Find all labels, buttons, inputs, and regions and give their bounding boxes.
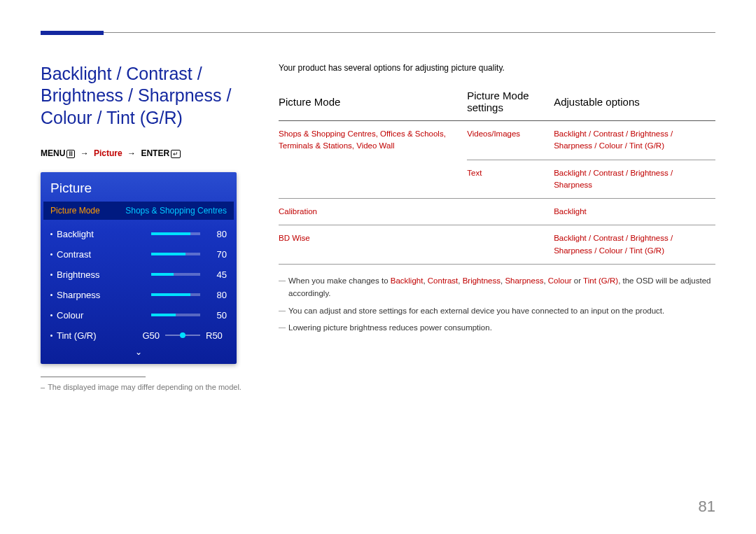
- footnote-left: –The displayed image may differ dependin…: [41, 383, 251, 391]
- cell-options: Backlight / Contrast / Brightness / Shar…: [554, 121, 715, 160]
- footnote-rule: [41, 377, 146, 377]
- note-text: When you make changes to: [288, 276, 391, 285]
- osd-item-label: Brightness: [57, 269, 144, 280]
- menu-icon: Ⅲ: [66, 150, 75, 158]
- cell-options: Backlight / Contrast / Brightness / Shar…: [554, 160, 715, 199]
- osd-mode-value: Shops & Shopping Centres: [125, 206, 227, 216]
- nav-arrow: →: [127, 148, 136, 158]
- notes-list: When you make changes to Backlight, Cont…: [279, 274, 715, 335]
- osd-panel: Picture Picture Mode Shops & Shopping Ce…: [41, 172, 237, 364]
- table-row: Shops & Shopping Centres, Offices & Scho…: [279, 121, 715, 160]
- osd-item-value: 70: [207, 249, 227, 260]
- osd-slider[interactable]: [151, 253, 200, 255]
- bullet-icon: [50, 294, 52, 296]
- osd-item-contrast[interactable]: Contrast 70: [50, 244, 227, 265]
- breadcrumb: MENUⅢ → Picture → ENTER↵: [41, 148, 251, 158]
- table-header: Picture Mode settings: [467, 85, 554, 121]
- enter-icon: ↵: [171, 150, 181, 158]
- nav-arrow: →: [80, 148, 89, 158]
- note-term: Colour: [548, 276, 572, 285]
- osd-slider[interactable]: [151, 293, 200, 296]
- nav-picture: Picture: [94, 148, 122, 158]
- table-header: Picture Mode: [279, 85, 467, 121]
- note-term: Sharpness: [505, 276, 543, 285]
- osd-slider[interactable]: [151, 273, 200, 276]
- top-rule: [41, 32, 715, 33]
- note-item: Lowering picture brightness reduces powe…: [279, 321, 715, 334]
- intro-text: Your product has several options for adj…: [279, 63, 715, 73]
- table-header: Adjustable options: [554, 85, 715, 121]
- bullet-icon: [50, 314, 52, 316]
- cell-setting: Videos/Images: [467, 121, 554, 160]
- page-heading: Backlight / Contrast / Brightness / Shar…: [41, 63, 251, 129]
- cell-setting: Text: [467, 160, 554, 199]
- osd-item-value: 50: [207, 310, 227, 321]
- osd-item-colour[interactable]: Colour 50: [50, 305, 227, 325]
- osd-slider[interactable]: [151, 232, 200, 235]
- options-table: Picture Mode Picture Mode settings Adjus…: [279, 85, 715, 265]
- osd-item-label: Sharpness: [57, 290, 144, 300]
- osd-item-label: Contrast: [57, 249, 144, 260]
- cell-setting: [467, 225, 554, 265]
- left-column: Backlight / Contrast / Brightness / Shar…: [41, 63, 251, 391]
- note-term: Brightness: [463, 276, 500, 285]
- osd-item-label: Backlight: [57, 229, 144, 239]
- osd-tint-g: G50: [139, 330, 160, 341]
- osd-item-label: Tint (G/R): [57, 330, 139, 341]
- cell-mode: Calibration: [279, 199, 467, 225]
- page-number: 81: [699, 498, 715, 516]
- cell-options: Backlight: [554, 199, 715, 225]
- osd-tint-slider[interactable]: [165, 335, 200, 336]
- osd-item-tint[interactable]: Tint (G/R) G50 R50: [50, 325, 227, 346]
- note-item: When you make changes to Backlight, Cont…: [279, 274, 715, 300]
- note-term: Backlight: [391, 276, 424, 285]
- osd-mode-label: Picture Mode: [50, 206, 100, 216]
- nav-enter: ENTER: [141, 148, 169, 158]
- cell-mode: Shops & Shopping Centres, Offices & Scho…: [279, 121, 467, 199]
- table-row: BD Wise Backlight / Contrast / Brightnes…: [279, 225, 715, 265]
- note-item: You can adjust and store settings for ea…: [279, 304, 715, 317]
- note-term: Tint (G/R): [583, 276, 618, 285]
- osd-item-backlight[interactable]: Backlight 80: [50, 224, 227, 244]
- footnote-text: The displayed image may differ depending…: [48, 383, 241, 391]
- osd-item-value: 45: [207, 269, 227, 280]
- osd-item-value: 80: [207, 229, 227, 239]
- osd-item-brightness[interactable]: Brightness 45: [50, 265, 227, 285]
- cell-mode: BD Wise: [279, 225, 467, 265]
- osd-item-sharpness[interactable]: Sharpness 80: [50, 285, 227, 305]
- bullet-icon: [50, 335, 52, 337]
- osd-title: Picture: [50, 181, 227, 196]
- right-column: Your product has several options for adj…: [279, 63, 715, 391]
- bullet-icon: [50, 253, 52, 255]
- cell-setting: [467, 199, 554, 225]
- cell-options: Backlight / Contrast / Brightness / Shar…: [554, 225, 715, 265]
- top-accent: [41, 31, 104, 35]
- bullet-icon: [50, 233, 52, 235]
- osd-slider[interactable]: [151, 314, 200, 316]
- osd-item-label: Colour: [57, 310, 144, 321]
- bullet-icon: [50, 274, 52, 276]
- osd-tint-r: R50: [206, 330, 227, 341]
- osd-item-value: 80: [207, 290, 227, 300]
- osd-mode-row[interactable]: Picture Mode Shops & Shopping Centres: [43, 202, 234, 220]
- chevron-down-icon[interactable]: ⌄: [50, 347, 227, 357]
- note-term: Contrast: [428, 276, 458, 285]
- table-row: Calibration Backlight: [279, 199, 715, 225]
- nav-menu: MENU: [41, 148, 65, 158]
